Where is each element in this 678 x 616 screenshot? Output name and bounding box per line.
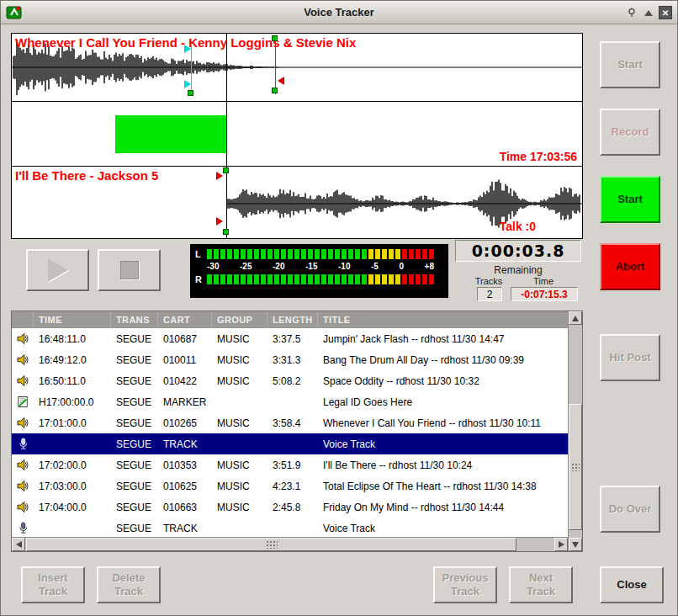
meter-led-segment bbox=[375, 274, 380, 284]
cell-trans: SEGUE bbox=[111, 333, 158, 345]
segue-marker-arrow-top[interactable] bbox=[216, 172, 223, 180]
vertical-scrollbar[interactable] bbox=[568, 311, 582, 551]
meter-led-segment bbox=[402, 249, 407, 259]
cell-trans: SEGUE bbox=[111, 481, 158, 492]
table-row[interactable]: 17:02:00.0SEGUE010353MUSIC3:51.9I'll Be … bbox=[12, 454, 568, 475]
header-length: LENGTH bbox=[267, 311, 318, 328]
previous-track-lane: Whenever I Call You Friend - Kenny Loggi… bbox=[12, 34, 582, 101]
cell-trans: SEGUE bbox=[111, 396, 158, 408]
meter-led-segment bbox=[241, 274, 246, 284]
meter-led-segment bbox=[402, 274, 407, 284]
cell-length: 4:23.1 bbox=[267, 481, 318, 492]
meter-led-segment bbox=[342, 274, 347, 284]
scroll-down-button[interactable] bbox=[569, 538, 582, 551]
speaker-icon bbox=[12, 417, 34, 429]
scroll-up-button[interactable] bbox=[569, 311, 582, 325]
do-over-button[interactable]: Do Over bbox=[600, 486, 660, 533]
cell-cart: 010625 bbox=[158, 481, 212, 492]
cell-title: Voice Track bbox=[318, 523, 568, 534]
end-marker-handle-bottom[interactable] bbox=[272, 88, 278, 93]
start-track2-button[interactable]: Start bbox=[600, 176, 660, 223]
meter-led-segment bbox=[409, 274, 414, 284]
end-marker-arrow[interactable] bbox=[278, 77, 284, 85]
table-row[interactable]: 16:48:11.0SEGUE010687MUSIC3:37.5Jumpin' … bbox=[12, 328, 568, 349]
close-window-button[interactable]: ✕ bbox=[659, 6, 672, 19]
start-track1-button[interactable]: Start bbox=[600, 41, 660, 88]
cell-title: Space Oddity -- rdhost 11/30 10:32 bbox=[318, 375, 568, 387]
arrow-up-icon bbox=[572, 316, 579, 321]
segue-marker-handle-top[interactable] bbox=[223, 167, 229, 173]
meter-led-segment bbox=[301, 249, 306, 259]
meter-led-segment bbox=[207, 249, 212, 259]
insert-track-button[interactable]: Insert Track bbox=[21, 566, 85, 603]
meter-led-segment bbox=[429, 249, 434, 259]
speaker-icon bbox=[12, 459, 34, 471]
play-button[interactable] bbox=[26, 249, 89, 291]
previous-track-button[interactable]: Previous Track bbox=[433, 566, 497, 603]
cell-title: Whenever I Call You Friend -- rdhost 11/… bbox=[318, 417, 568, 429]
fade-marker-line[interactable] bbox=[191, 45, 192, 93]
vertical-scroll-thumb[interactable] bbox=[569, 404, 582, 530]
scroll-right-button[interactable] bbox=[554, 538, 568, 551]
meter-scale-label: -30 bbox=[207, 262, 219, 272]
horizontal-scrollbar[interactable] bbox=[12, 537, 568, 551]
close-button[interactable]: Close bbox=[600, 566, 664, 603]
table-row[interactable]: 17:04:00.0SEGUE010663MUSIC2:45.8Friday O… bbox=[12, 497, 568, 518]
shade-button[interactable] bbox=[642, 6, 655, 19]
meter-led-segment bbox=[247, 249, 252, 259]
fade-marker-handle-top[interactable] bbox=[184, 45, 191, 53]
playback-cursor[interactable] bbox=[226, 34, 227, 238]
hit-post-button[interactable]: Hit Post bbox=[600, 334, 660, 381]
arrow-right-icon bbox=[559, 541, 564, 548]
cell-length: 3:51.9 bbox=[267, 459, 318, 471]
segue-marker-handle-bottom[interactable] bbox=[223, 229, 229, 235]
table-row[interactable]: 17:01:00.0SEGUE010265MUSIC3:58.4Whenever… bbox=[12, 412, 568, 433]
table-row[interactable]: 17:03:00.0SEGUE010625MUSIC4:23.1Total Ec… bbox=[12, 475, 568, 497]
table-row[interactable]: 16:49:12.0SEGUE010011MUSIC3:31.3Bang The… bbox=[12, 349, 568, 370]
cell-cart: TRACK bbox=[158, 523, 212, 534]
cell-time: 16:48:11.0 bbox=[34, 333, 111, 345]
meter-led-segment bbox=[328, 249, 333, 259]
voice-track-region[interactable] bbox=[115, 115, 226, 153]
horizontal-scroll-thumb[interactable] bbox=[26, 538, 516, 551]
cell-trans: SEGUE bbox=[111, 438, 158, 450]
cell-time: 16:50:11.0 bbox=[34, 375, 111, 387]
meter-led-segment bbox=[321, 274, 326, 284]
stop-button[interactable] bbox=[98, 249, 161, 291]
cell-title: Jumpin' Jack Flash -- rdhost 11/30 14:47 bbox=[318, 333, 568, 345]
meter-led-segment bbox=[362, 249, 367, 259]
abort-button[interactable]: Abort bbox=[600, 243, 660, 290]
cell-trans: SEGUE bbox=[111, 502, 158, 513]
marker-icon bbox=[12, 396, 34, 408]
scroll-left-button[interactable] bbox=[12, 538, 25, 551]
speaker-icon bbox=[12, 480, 34, 492]
audio-meter: L -30-25-20-15-10-50+8 R bbox=[190, 244, 448, 298]
start-marker-handle[interactable] bbox=[188, 90, 193, 96]
table-row[interactable]: SEGUETRACKVoice Track bbox=[12, 433, 568, 454]
segue-marker-arrow-bottom[interactable] bbox=[216, 217, 223, 226]
meter-led-segment bbox=[355, 274, 360, 284]
header-icon-column bbox=[12, 311, 34, 328]
cell-cart: 010663 bbox=[158, 502, 212, 513]
cell-group: MUSIC bbox=[212, 354, 267, 366]
pin-button[interactable] bbox=[625, 6, 638, 19]
next-track-button[interactable]: Next Track bbox=[509, 566, 573, 603]
cell-group: MUSIC bbox=[212, 481, 267, 492]
cell-time: 17:04:00.0 bbox=[34, 502, 111, 513]
end-marker-handle-top[interactable] bbox=[272, 35, 278, 41]
meter-led-segment bbox=[429, 274, 434, 284]
table-row[interactable]: SEGUETRACKVoice Track bbox=[12, 518, 568, 539]
meter-led-segment bbox=[335, 274, 340, 284]
delete-track-button[interactable]: Delete Track bbox=[97, 566, 161, 603]
cell-cart: 010265 bbox=[158, 417, 212, 429]
meter-led-segment bbox=[342, 249, 347, 259]
table-row[interactable]: 16:50:11.0SEGUE010422MUSIC5:08.2Space Od… bbox=[12, 370, 568, 391]
cell-trans: SEGUE bbox=[111, 417, 158, 429]
speaker-icon bbox=[12, 353, 34, 366]
fade-marker-handle-bottom[interactable] bbox=[184, 80, 191, 88]
cell-length: 3:31.3 bbox=[267, 354, 318, 366]
record-button[interactable]: Record bbox=[600, 109, 660, 156]
table-row[interactable]: H17:00:00.0SEGUEMARKERLegal ID Goes Here bbox=[12, 391, 568, 412]
mic-icon bbox=[12, 438, 34, 450]
cell-group: MUSIC bbox=[212, 417, 267, 429]
